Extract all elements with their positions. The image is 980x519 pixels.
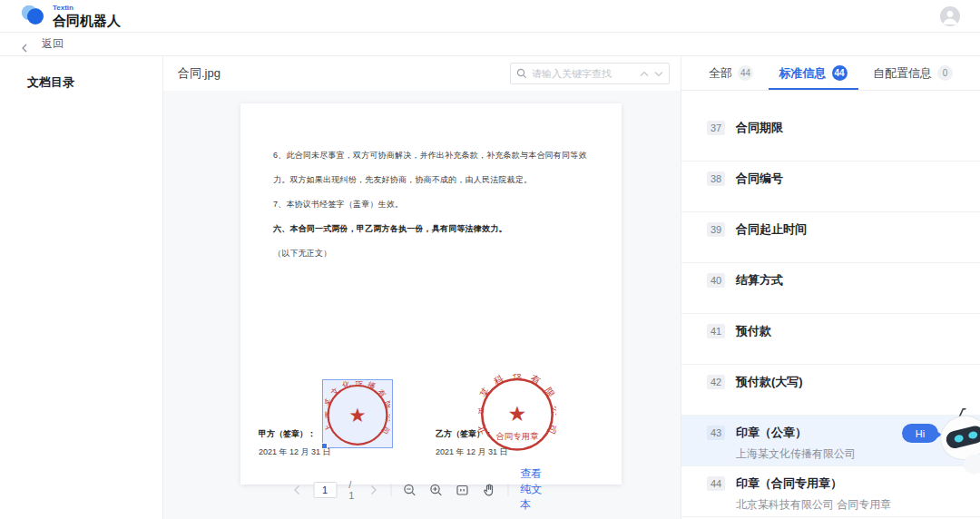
- brand-logo-icon: [20, 3, 45, 30]
- sidebar-title: 文档目录: [27, 74, 162, 91]
- star-icon: ★: [508, 402, 527, 426]
- contract-paragraph: （以下无正文）: [273, 241, 591, 266]
- user-icon: [940, 6, 960, 26]
- brand-textin-label: Textin: [53, 5, 121, 12]
- keyword-search-box[interactable]: [510, 63, 670, 84]
- field-label: 预付款: [736, 323, 771, 339]
- field-value: 上海某文化传播有限公司: [736, 446, 958, 462]
- back-bar: 返回: [0, 33, 980, 56]
- tab-standard-info[interactable]: 标准信息 44: [779, 56, 848, 90]
- stamp-a-highlight-box[interactable]: 上海某文化传播有限公司 ★: [322, 379, 393, 448]
- tab-all-count: 44: [738, 65, 753, 81]
- field-label: 合同期限: [736, 120, 783, 136]
- field-list: 37 合同期限 38 合同编号 39 合同起止时间 40 结算方式 41 预付款…: [681, 91, 980, 517]
- document-viewer: 合同.jpg 6、此合同未尽事宜，双方可协商解决，并作出补充条款，补充条款与本合…: [163, 56, 681, 519]
- document-filename: 合同.jpg: [178, 65, 220, 82]
- view-plain-text-link[interactable]: 查看纯文本: [520, 466, 551, 513]
- field-label: 预付款(大写): [736, 374, 803, 390]
- page-total: / 1: [348, 479, 358, 501]
- app-title: 合同机器人: [53, 13, 121, 28]
- brand: Textin 合同机器人: [20, 3, 121, 30]
- contract-paragraph: 7、本协议书经签字（盖章）生效。: [273, 192, 591, 217]
- company-seal-b: 北京某科技有限公司 ★ 合同专用章: [478, 374, 556, 452]
- contract-page: 6、此合同未尽事宜，双方可协商解决，并作出补充条款，补充条款与本合同有同等效力。…: [240, 103, 622, 485]
- contract-paragraph: 6、此合同未尽事宜，双方可协商解决，并作出补充条款，补充条款与本合同有同等效力。…: [273, 143, 591, 192]
- field-label: 印章（公章）: [736, 425, 807, 441]
- pan-hand-icon[interactable]: [482, 482, 496, 497]
- field-number: 38: [707, 171, 725, 186]
- tab-custom-count: 0: [937, 65, 953, 81]
- extraction-panel: 全部 44 标准信息 44 自配置信息 0 37 合同期限 38 合同编号 3: [681, 56, 980, 519]
- field-number: 37: [707, 121, 725, 135]
- search-prev-icon[interactable]: [640, 71, 649, 77]
- field-row-41[interactable]: 41 预付款: [681, 314, 980, 365]
- back-link[interactable]: 返回: [42, 36, 64, 52]
- search-next-icon[interactable]: [654, 71, 663, 77]
- search-input[interactable]: [532, 68, 635, 79]
- field-value: 北京某科技有限公司 合同专用章: [736, 497, 958, 513]
- field-row-42[interactable]: 42 预付款(大写): [681, 365, 980, 416]
- panel-tabs: 全部 44 标准信息 44 自配置信息 0: [681, 56, 980, 91]
- document-canvas: 6、此合同未尽事宜，双方可协商解决，并作出补充条款，补充条款与本合同有同等效力。…: [163, 91, 681, 519]
- field-label: 印章（合同专用章）: [736, 475, 842, 492]
- field-number: 42: [707, 375, 725, 389]
- field-row-38[interactable]: 38 合同编号: [681, 162, 980, 212]
- assistant-hi-bubble[interactable]: Hi: [902, 424, 938, 443]
- user-avatar[interactable]: [940, 6, 960, 26]
- robot-mascot-icon[interactable]: [936, 408, 980, 475]
- contract-paragraph: 六、本合同一式两份，甲乙两方各执一份，具有同等法律效力。: [273, 217, 591, 241]
- page-number-input[interactable]: [313, 482, 337, 498]
- field-label: 结算方式: [736, 272, 783, 289]
- tab-all[interactable]: 全部 44: [709, 56, 753, 90]
- field-label: 合同编号: [736, 171, 783, 187]
- field-row-44[interactable]: 44 印章（合同专用章） 北京某科技有限公司 合同专用章: [681, 466, 980, 517]
- page-toolbar: / 1: [293, 466, 552, 513]
- party-a-label: 甲方（签章）：: [259, 428, 316, 440]
- back-chevron-icon[interactable]: [20, 40, 29, 49]
- field-number: 39: [707, 222, 725, 237]
- star-icon: ★: [348, 404, 366, 426]
- document-directory-sidebar: 文档目录: [0, 56, 163, 519]
- zoom-in-icon[interactable]: [429, 482, 444, 497]
- prev-page-icon[interactable]: [293, 482, 302, 497]
- search-icon: [516, 68, 527, 79]
- zoom-out-icon[interactable]: [403, 482, 417, 497]
- selection-handle[interactable]: [321, 443, 328, 449]
- field-row-37[interactable]: 37 合同期限: [681, 111, 980, 162]
- field-row-39[interactable]: 39 合同起止时间: [681, 212, 980, 263]
- field-number: 43: [707, 426, 725, 440]
- field-number: 41: [707, 324, 725, 338]
- company-seal-a: 上海某文化传播有限公司 ★: [325, 381, 390, 446]
- field-row-43-selected[interactable]: 43 印章（公章） 上海某文化传播有限公司 Hi: [681, 416, 980, 466]
- next-page-icon[interactable]: [370, 482, 379, 497]
- field-label: 合同起止时间: [736, 221, 807, 238]
- field-number: 40: [707, 273, 725, 288]
- seal-subtext: 合同专用章: [495, 431, 539, 441]
- app-header: Textin 合同机器人: [0, 0, 980, 33]
- field-row-40[interactable]: 40 结算方式: [681, 263, 980, 314]
- tab-standard-count: 44: [832, 65, 848, 81]
- tab-custom-info[interactable]: 自配置信息 0: [873, 56, 953, 90]
- fit-width-icon[interactable]: [456, 482, 470, 497]
- field-number: 44: [707, 476, 725, 491]
- party-a-date: 2021 年 12 月 31 日: [259, 446, 331, 458]
- viewer-toolbar: 合同.jpg: [163, 56, 681, 91]
